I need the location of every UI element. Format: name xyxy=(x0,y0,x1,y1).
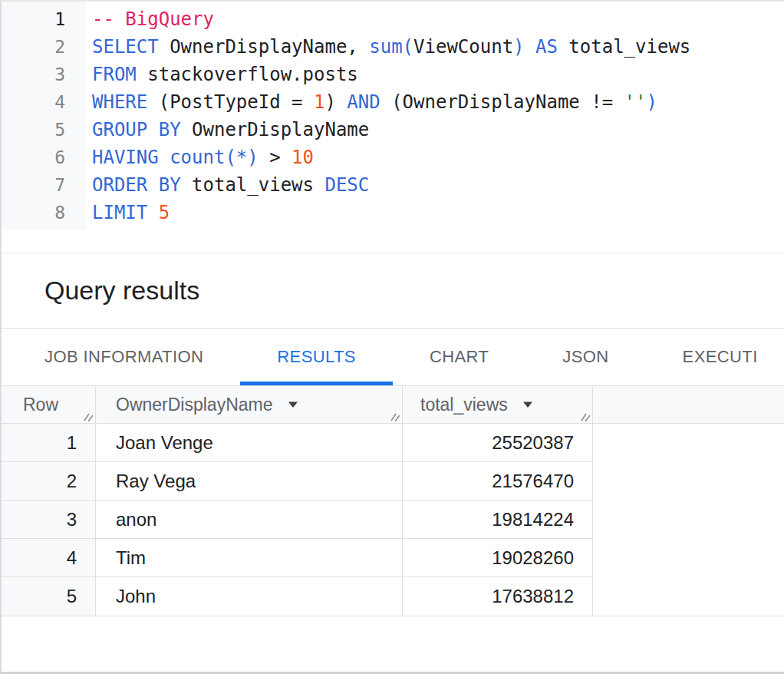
code-line[interactable]: 8LIMIT 5 xyxy=(2,199,784,226)
results-tabs: JOB INFORMATIONRESULTSCHARTJSONEXECUTI xyxy=(2,329,784,386)
line-number: 5 xyxy=(2,116,86,144)
code-token: GROUP BY xyxy=(92,119,181,140)
code-token: count(*) xyxy=(170,147,259,168)
line-number: 3 xyxy=(2,61,86,88)
sql-editor[interactable]: 1-- BigQuery2SELECT OwnerDisplayName, su… xyxy=(2,2,784,253)
code-token: (PostTypeId = xyxy=(147,91,314,113)
code-token: sum( xyxy=(369,36,413,58)
code-line[interactable]: 3FROM stackoverflow.posts xyxy=(2,61,784,88)
code-token: OwnerDisplayName xyxy=(181,119,370,140)
code-line[interactable]: 6HAVING count(*) > 10 xyxy=(2,144,784,171)
code-token xyxy=(147,202,158,223)
code-token: 5 xyxy=(159,202,170,223)
code-text: SELECT OwnerDisplayName, sum(ViewCount) … xyxy=(86,33,690,61)
table-row: 2Ray Vega21576470 xyxy=(2,462,784,501)
column-header-label: Row xyxy=(23,395,58,415)
owner-name-cell: Joan Venge xyxy=(95,424,402,462)
code-token: '' xyxy=(624,91,647,113)
total-views-cell: 17638812 xyxy=(402,577,592,616)
code-token: -- BigQuery xyxy=(92,8,214,30)
code-line[interactable]: 1-- BigQuery xyxy=(2,5,784,33)
table-body: 1Joan Venge255203872Ray Vega215764703ano… xyxy=(2,424,784,616)
line-number: 6 xyxy=(2,144,86,171)
column-resize-handle-icon[interactable] xyxy=(579,411,590,421)
code-token: WHERE xyxy=(92,91,147,113)
line-number: 8 xyxy=(2,199,86,226)
code-token: ) xyxy=(513,36,524,58)
owner-name-cell: Tim xyxy=(95,539,402,577)
owner-name-cell: John xyxy=(95,577,402,616)
code-token xyxy=(159,147,170,168)
tab-label: EXECUTI xyxy=(683,347,758,367)
code-token: > xyxy=(259,147,292,168)
row-number-cell: 3 xyxy=(2,501,95,539)
results-table: Row OwnerDisplayNametotal_views 1Joan Ve… xyxy=(2,386,784,616)
owner-name-cell: Ray Vega xyxy=(95,462,402,501)
code-token: HAVING xyxy=(92,147,159,168)
code-text: FROM stackoverflow.posts xyxy=(86,61,358,88)
table-row: 3anon19814224 xyxy=(2,501,784,539)
line-number: 1 xyxy=(2,5,86,33)
code-token: (OwnerDisplayName != xyxy=(380,91,624,113)
row-number-cell: 5 xyxy=(2,577,95,616)
bigquery-query-panel: 1-- BigQuery2SELECT OwnerDisplayName, su… xyxy=(0,0,784,674)
code-token: FROM xyxy=(92,64,137,85)
tab-chart[interactable]: CHART xyxy=(393,329,525,385)
code-token: 10 xyxy=(292,147,314,168)
column-header-label: OwnerDisplayName xyxy=(116,395,273,415)
row-number-cell: 1 xyxy=(2,424,95,462)
code-token: AS xyxy=(535,36,558,58)
code-token: ViewCount xyxy=(413,36,513,58)
code-text: ORDER BY total_views DESC xyxy=(86,171,369,199)
tab-executi[interactable]: EXECUTI xyxy=(646,329,784,385)
column-header-ownerdisplayname[interactable]: OwnerDisplayName xyxy=(95,386,402,423)
line-number: 7 xyxy=(2,171,86,199)
code-text: -- BigQuery xyxy=(86,5,214,33)
tab-job-information[interactable]: JOB INFORMATION xyxy=(8,329,240,385)
line-number: 4 xyxy=(2,88,86,116)
code-text: GROUP BY OwnerDisplayName xyxy=(86,116,369,144)
total-views-cell: 19814224 xyxy=(402,501,592,539)
column-resize-handle-icon[interactable] xyxy=(389,411,400,421)
row-filler-cell xyxy=(592,539,784,577)
tab-label: RESULTS xyxy=(277,347,356,367)
code-token: stackoverflow.posts xyxy=(137,64,358,85)
column-header-total-views[interactable]: total_views xyxy=(402,386,592,423)
code-token: ) xyxy=(324,91,347,113)
column-header-row[interactable]: Row xyxy=(2,386,95,423)
row-number-cell: 4 xyxy=(2,539,95,577)
code-token: AND xyxy=(347,91,380,113)
code-line[interactable]: 7ORDER BY total_views DESC xyxy=(2,171,784,199)
row-number-cell: 2 xyxy=(2,462,95,501)
tab-results[interactable]: RESULTS xyxy=(240,329,393,385)
column-dropdown-icon[interactable] xyxy=(287,401,299,408)
table-row: 1Joan Venge25520387 xyxy=(2,424,784,462)
code-line[interactable]: 5GROUP BY OwnerDisplayName xyxy=(2,116,784,144)
empty-area xyxy=(2,616,784,672)
column-header-label: total_views xyxy=(420,395,508,415)
tab-label: JSON xyxy=(562,347,608,367)
code-token: total_views xyxy=(558,36,690,58)
tab-label: CHART xyxy=(430,347,489,367)
code-line[interactable]: 4WHERE (PostTypeId = 1) AND (OwnerDispla… xyxy=(2,88,784,116)
code-text: WHERE (PostTypeId = 1) AND (OwnerDisplay… xyxy=(86,88,657,116)
tab-label: JOB INFORMATION xyxy=(44,347,203,367)
code-token: ORDER BY xyxy=(92,174,181,196)
code-token: DESC xyxy=(324,174,369,196)
code-token: 1 xyxy=(314,91,324,113)
tab-json[interactable]: JSON xyxy=(525,329,645,385)
table-row: 5John17638812 xyxy=(2,577,784,616)
table-header-row: Row OwnerDisplayNametotal_views xyxy=(2,386,784,424)
code-token: ) xyxy=(647,91,657,113)
table-header-filler xyxy=(592,386,784,423)
column-resize-handle-icon[interactable] xyxy=(82,411,93,421)
code-line[interactable]: 2SELECT OwnerDisplayName, sum(ViewCount)… xyxy=(2,33,784,61)
row-filler-cell xyxy=(592,577,784,616)
code-token: total_views xyxy=(181,174,325,196)
column-dropdown-icon[interactable] xyxy=(522,401,534,408)
row-filler-cell xyxy=(592,501,784,539)
table-row: 4Tim19028260 xyxy=(2,539,784,577)
code-text: LIMIT 5 xyxy=(86,199,170,226)
total-views-cell: 19028260 xyxy=(402,539,592,577)
code-text: HAVING count(*) > 10 xyxy=(86,144,314,171)
